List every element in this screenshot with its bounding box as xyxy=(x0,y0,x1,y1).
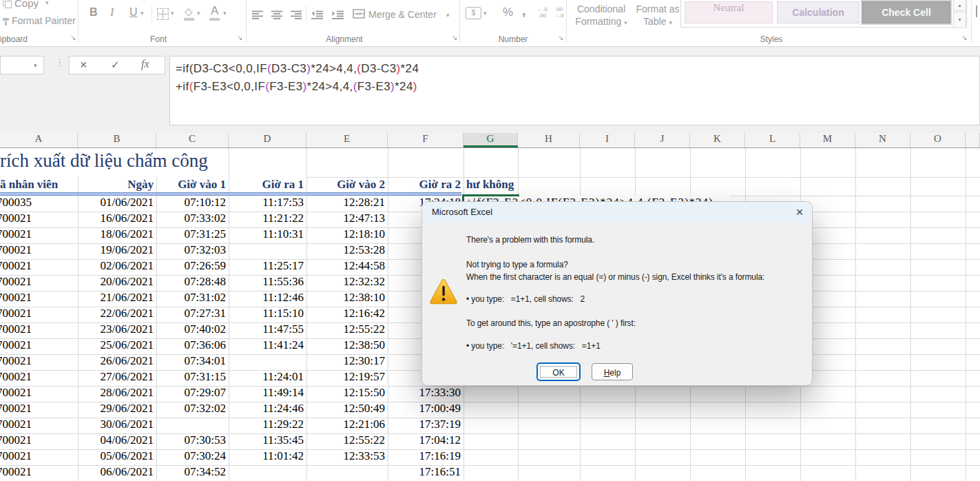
cell[interactable]: 02/06/2021 xyxy=(78,259,156,275)
decrease-decimal-icon[interactable]: .00 →.0 xyxy=(554,6,564,19)
font-dialog-launcher-icon[interactable]: ↘ xyxy=(237,34,242,41)
cell[interactable]: 700035 xyxy=(0,196,78,212)
increase-decimal-icon[interactable]: ←.0 .00 xyxy=(537,6,548,19)
style-chip-calculation[interactable]: Calculation xyxy=(777,1,859,23)
cell[interactable]: 12:16:42 xyxy=(306,307,388,323)
cancel-button[interactable]: × xyxy=(80,58,87,72)
cell[interactable]: 07:26:59 xyxy=(156,259,229,275)
merge-center-button[interactable]: Merge & Center xyxy=(368,9,437,20)
cell[interactable]: 07:10:12 xyxy=(156,196,229,212)
column-header-K[interactable]: K xyxy=(690,133,745,147)
ok-button[interactable]: OK xyxy=(537,363,580,380)
cell[interactable]: 18/06/2021 xyxy=(78,227,156,243)
drag-handle-icon[interactable]: ⋮ xyxy=(55,57,64,68)
cell[interactable]: 28/06/2021 xyxy=(78,386,156,402)
cell[interactable]: 25/06/2021 xyxy=(78,338,156,354)
cell[interactable]: 700021 xyxy=(0,386,78,402)
enter-button[interactable]: ✓ xyxy=(111,59,120,71)
cell[interactable]: 11:35:45 xyxy=(229,433,306,449)
column-header-C[interactable]: C xyxy=(156,133,229,147)
cell[interactable]: 21/06/2021 xyxy=(78,291,156,307)
cell[interactable]: 700021 xyxy=(0,370,78,386)
cell[interactable]: 700021 xyxy=(0,418,78,433)
cell[interactable]: 12:55:22 xyxy=(306,433,388,449)
cell[interactable]: 11:29:22 xyxy=(229,418,306,433)
cell[interactable]: 11:15:10 xyxy=(229,307,306,323)
fill-color-icon[interactable]: ◇ xyxy=(185,6,193,18)
column-header-partial[interactable] xyxy=(966,133,980,147)
cell[interactable]: 07:32:02 xyxy=(156,402,229,418)
align-left-icon[interactable] xyxy=(252,10,263,22)
cell[interactable]: 12:53:28 xyxy=(306,243,388,259)
gallery-scroll-up-button[interactable]: ▴ xyxy=(953,0,966,11)
cell[interactable]: 04/06/2021 xyxy=(78,433,156,449)
cell[interactable]: 700021 xyxy=(0,291,78,307)
cell[interactable]: 06/06/2021 xyxy=(78,465,156,481)
column-header-E[interactable]: E xyxy=(306,133,388,147)
font-color-button[interactable]: A xyxy=(211,4,218,18)
insert-function-button[interactable]: fx xyxy=(141,58,149,70)
cell[interactable]: 11:49:14 xyxy=(229,386,306,402)
cell[interactable]: 12:44:58 xyxy=(306,259,388,275)
cell[interactable]: 07:33:02 xyxy=(156,212,229,227)
cell[interactable]: 700021 xyxy=(0,354,78,370)
cell[interactable]: 26/06/2021 xyxy=(78,354,156,370)
column-header-O[interactable]: O xyxy=(910,133,966,147)
cell[interactable]: 11:25:17 xyxy=(229,259,306,275)
cell[interactable]: 12:15:50 xyxy=(306,386,388,402)
cell[interactable]: 700021 xyxy=(0,259,78,275)
cell[interactable]: 12:38:10 xyxy=(306,291,388,307)
cell[interactable]: 12:55:22 xyxy=(306,323,388,338)
cell[interactable]: 01/06/2021 xyxy=(78,196,156,212)
cell[interactable]: 700021 xyxy=(0,323,78,338)
cell[interactable]: 07:32:03 xyxy=(156,243,229,259)
column-header-D[interactable]: D xyxy=(229,133,306,147)
cell[interactable]: 11:21:22 xyxy=(229,212,306,227)
dialog-titlebar[interactable]: Microsoft Excel × xyxy=(422,202,813,223)
cell[interactable]: 700021 xyxy=(0,433,78,449)
cell[interactable]: 17:37:19 xyxy=(388,418,463,433)
cell[interactable]: 11:10:31 xyxy=(229,227,306,243)
chevron-down-icon[interactable]: ▾ xyxy=(140,10,144,17)
cell[interactable]: 12:47:13 xyxy=(306,212,388,227)
chevron-down-icon[interactable]: ▾ xyxy=(45,0,49,6)
cell[interactable]: 700021 xyxy=(0,338,78,354)
cell[interactable]: 12:28:21 xyxy=(306,196,388,212)
cell[interactable]: 12:18:10 xyxy=(306,227,388,243)
cell[interactable]: 11:24:01 xyxy=(229,370,306,386)
column-header-N[interactable]: N xyxy=(855,133,910,147)
conditional-formatting-button[interactable]: Conditional Formatting ▾ xyxy=(570,3,632,29)
cell[interactable]: 23/06/2021 xyxy=(78,323,156,338)
chevron-down-icon[interactable]: ▾ xyxy=(446,12,450,19)
cell[interactable]: 700021 xyxy=(0,275,78,291)
cell[interactable]: 700021 xyxy=(0,402,78,418)
cell[interactable]: 700021 xyxy=(0,307,78,323)
formula-input[interactable]: =if(D3-C3<0,0,IF(D3-C3)*24>4,4,(D3-C3)*2… xyxy=(169,56,980,125)
style-chip-neutral[interactable]: Neutral xyxy=(685,1,773,23)
cell[interactable]: 17:16:51 xyxy=(388,465,463,481)
cell[interactable]: 07:34:52 xyxy=(156,465,229,481)
column-header-F[interactable]: F xyxy=(388,133,463,147)
title-cell[interactable]: rích xuất dữ liệu chấm công xyxy=(0,150,213,176)
underline-button[interactable]: U xyxy=(129,6,138,19)
cell[interactable]: 07:30:24 xyxy=(156,449,229,465)
cell[interactable]: 11:47:55 xyxy=(229,323,306,338)
align-center-icon[interactable] xyxy=(271,10,282,22)
cell[interactable]: 19/06/2021 xyxy=(78,243,156,259)
cell[interactable]: 12:21:06 xyxy=(306,418,388,433)
clipboard-dialog-launcher-icon[interactable]: ↘ xyxy=(70,34,76,41)
sheet-header-cell[interactable]: hư không xyxy=(466,178,521,195)
cell[interactable]: 11:41:24 xyxy=(229,338,306,354)
cell[interactable]: 17:33:30 xyxy=(388,386,463,402)
cell[interactable]: 07:34:01 xyxy=(156,354,229,370)
chevron-down-icon[interactable]: ▾ xyxy=(34,62,37,69)
borders-icon[interactable] xyxy=(157,8,169,20)
decrease-indent-icon[interactable] xyxy=(311,10,323,22)
alignment-dialog-launcher-icon[interactable]: ↘ xyxy=(452,34,457,41)
styles-dialog-launcher-icon[interactable]: ↘ xyxy=(961,34,967,41)
cell[interactable]: 17:16:19 xyxy=(388,449,463,465)
chevron-down-icon[interactable]: ▾ xyxy=(197,10,200,17)
cell[interactable]: 12:19:57 xyxy=(306,370,388,386)
cell[interactable]: 22/06/2021 xyxy=(78,307,156,323)
column-header-L[interactable]: L xyxy=(745,133,800,147)
